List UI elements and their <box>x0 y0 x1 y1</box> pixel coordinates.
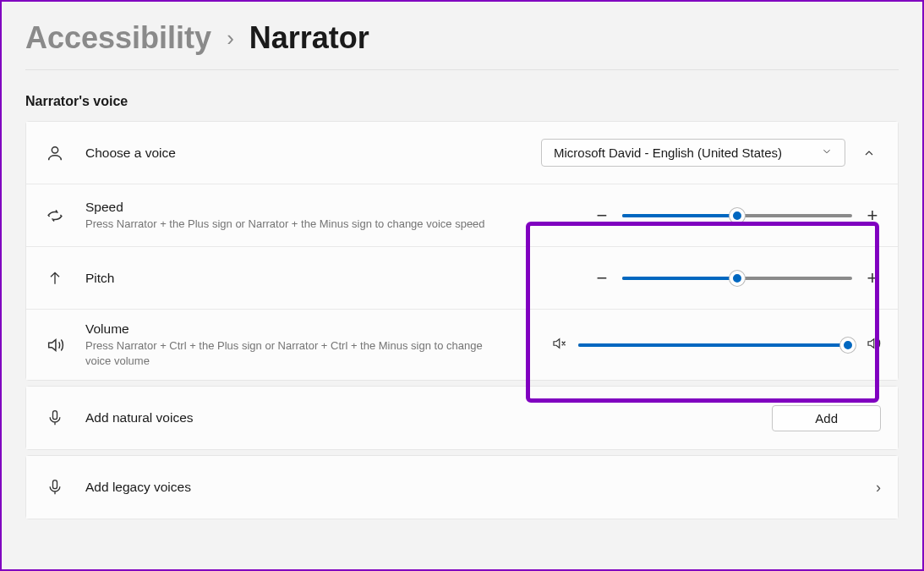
chevron-right-icon: › <box>876 479 881 497</box>
choose-voice-label: Choose a voice <box>85 145 491 161</box>
pitch-decrease-button[interactable]: − <box>593 267 610 289</box>
voice-dropdown[interactable]: Microsoft David - English (United States… <box>541 139 845 167</box>
volume-row: Volume Press Narrator + Ctrl + the Plus … <box>26 310 898 380</box>
speaker-max-icon[interactable] <box>866 336 881 354</box>
mute-icon[interactable] <box>551 336 566 354</box>
breadcrumb-parent[interactable]: Accessibility <box>25 20 211 56</box>
speed-decrease-button[interactable]: − <box>593 205 610 227</box>
section-title: Narrator's voice <box>25 94 899 109</box>
speed-slider[interactable] <box>622 214 852 217</box>
pitch-increase-button[interactable]: + <box>864 267 881 289</box>
pitch-title: Pitch <box>85 271 491 286</box>
svg-rect-1 <box>53 411 57 420</box>
add-natural-voices-button[interactable]: Add <box>772 405 881 431</box>
pitch-slider[interactable] <box>622 277 852 280</box>
speed-row: Speed Press Narrator + the Plus sign or … <box>26 184 898 247</box>
speed-increase-button[interactable]: + <box>864 205 881 227</box>
volume-desc: Press Narrator + Ctrl + the Plus sign or… <box>85 338 491 368</box>
add-legacy-voices-row[interactable]: Add legacy voices › <box>26 456 898 519</box>
speed-title: Speed <box>85 200 491 215</box>
choose-voice-row: Choose a voice Microsoft David - English… <box>26 122 898 184</box>
add-legacy-label: Add legacy voices <box>85 480 859 495</box>
microphone-icon <box>43 475 67 499</box>
svg-point-0 <box>52 146 57 152</box>
svg-rect-2 <box>53 480 57 489</box>
speed-icon <box>43 204 67 228</box>
chevron-right-icon: › <box>227 25 234 52</box>
speaker-icon <box>43 333 67 357</box>
microphone-icon <box>43 406 67 430</box>
speed-desc: Press Narrator + the Plus sign or Narrat… <box>85 217 491 232</box>
arrow-up-icon <box>43 266 67 290</box>
volume-title: Volume <box>85 321 491 337</box>
person-icon <box>43 141 67 165</box>
add-natural-voices-row: Add natural voices Add <box>26 387 898 449</box>
chevron-down-icon <box>821 145 833 160</box>
add-natural-label: Add natural voices <box>85 410 755 426</box>
collapse-button[interactable] <box>857 141 881 165</box>
voice-dropdown-value: Microsoft David - English (United States… <box>554 145 782 160</box>
pitch-row: Pitch − + <box>26 247 898 310</box>
breadcrumb: Accessibility › Narrator <box>25 20 899 70</box>
breadcrumb-current: Narrator <box>249 20 369 56</box>
volume-slider[interactable] <box>578 343 854 347</box>
voice-settings-group: Choose a voice Microsoft David - English… <box>25 121 899 381</box>
